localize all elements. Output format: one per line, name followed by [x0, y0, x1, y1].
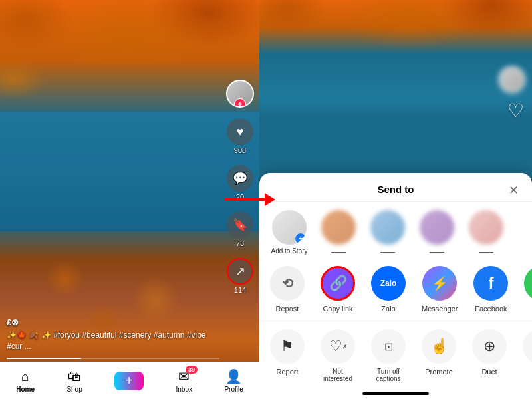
nav-shop[interactable]: 🛍 Shop: [66, 369, 82, 393]
right-leaves-overlay: [259, 0, 532, 180]
repost-label: Repost: [276, 305, 299, 313]
right-creator-avatar: [499, 66, 525, 93]
inbox-badge: 39: [186, 366, 198, 374]
copy-link-item[interactable]: 🔗 Copy link: [321, 266, 355, 313]
duet-icon: ⊕: [472, 329, 507, 364]
right-video-background: ♡: [259, 0, 532, 180]
contact-avatar-2: [370, 210, 405, 245]
report-icon: ⚑: [270, 329, 305, 364]
turn-off-captions-item[interactable]: ⊡ Turn off captions: [371, 329, 406, 382]
not-interested-label: Not interested: [321, 368, 355, 382]
stitch-item[interactable]: ✂ Sti...: [523, 329, 532, 376]
not-interested-icon: ♡✗: [321, 329, 355, 364]
nav-add[interactable]: +: [114, 372, 144, 390]
arrow-head: [265, 193, 275, 206]
sms-icon: 💬: [524, 266, 532, 301]
contact-name-4: ——: [479, 247, 493, 255]
progress-bar: [7, 358, 219, 359]
repost-icon: ⟲: [270, 266, 305, 301]
water-reflection: [0, 112, 259, 231]
report-label: Report: [276, 368, 298, 376]
not-interested-item[interactable]: ♡✗ Not interested: [321, 329, 355, 382]
facebook-icon: f: [473, 266, 508, 301]
facebook-item[interactable]: f Facebook: [473, 266, 508, 313]
add-story-plus-icon: +: [295, 233, 307, 245]
zalo-label: Zalo: [381, 305, 395, 313]
user-handle: £⊗: [7, 317, 219, 327]
contact-avatar-4: [469, 210, 503, 245]
add-story-avatar: +: [272, 210, 307, 245]
home-label: Home: [16, 386, 35, 393]
actions-row: ⚑ Report ♡✗ Not interested ⊡ Turn off ca…: [259, 321, 532, 390]
heart-icon: ♥: [227, 118, 253, 145]
facebook-label: Facebook: [475, 305, 507, 313]
home-icon: ⌂: [21, 369, 29, 384]
duet-label: Duet: [481, 368, 497, 376]
like-button[interactable]: ♥ 908: [227, 118, 253, 154]
bookmark-count: 73: [236, 239, 244, 247]
creator-avatar[interactable]: +: [226, 80, 254, 108]
video-caption: ✨🍁 🍂 ✨ #foryou #beautiful #scenery #autu…: [7, 330, 219, 352]
add-icon: +: [114, 372, 144, 390]
messenger-icon: ⚡: [422, 266, 457, 301]
bottom-navigation: ⌂ Home 🛍 Shop + ✉ Inbox 39 👤 Profile: [0, 362, 259, 399]
right-heart-icon: ♡: [507, 100, 524, 122]
sms-item[interactable]: 💬 SM: [524, 266, 532, 313]
contact-avatar-3: [420, 210, 454, 245]
promote-icon: ☝: [422, 329, 456, 364]
contact-3[interactable]: ——: [418, 210, 456, 255]
duet-item[interactable]: ⊕ Duet: [472, 329, 507, 376]
bookmark-button[interactable]: 🔖 73: [227, 211, 253, 247]
copy-link-icon: 🔗: [321, 266, 355, 301]
contact-name-2: ——: [380, 247, 395, 255]
home-indicator: [362, 392, 429, 395]
like-count: 908: [234, 146, 246, 154]
contacts-row: + Add to Story —— —— —— ——: [259, 202, 532, 263]
promote-item[interactable]: ☝ Promote: [422, 329, 456, 376]
contact-2[interactable]: ——: [368, 210, 407, 255]
nav-profile[interactable]: 👤 Profile: [224, 368, 243, 393]
shop-icon: 🛍: [68, 369, 81, 384]
progress-fill: [7, 358, 81, 359]
red-arrow-indicator: [225, 193, 275, 206]
report-item[interactable]: ⚑ Report: [270, 329, 305, 376]
promote-label: Promote: [425, 368, 453, 376]
close-sheet-button[interactable]: ✕: [505, 182, 521, 198]
share-icon: ↗: [227, 258, 253, 285]
right-panel: ♡ Send to ✕ + Add to Story —— ——: [259, 0, 532, 399]
bookmark-icon: 🔖: [227, 211, 253, 238]
nav-inbox[interactable]: ✉ Inbox 39: [176, 368, 192, 393]
zalo-icon: Zalo: [371, 266, 406, 301]
captions-icon: ⊡: [371, 329, 406, 364]
shop-label: Shop: [66, 386, 82, 393]
left-video-panel: + ♥ 908 💬 20 🔖 73 ↗ 114 £⊗ ✨🍁 🍂 ✨ #foryo…: [0, 0, 259, 399]
nav-home[interactable]: ⌂ Home: [16, 369, 35, 393]
sheet-title: Send to: [378, 184, 414, 195]
apps-row: ⟲ Repost 🔗 Copy link Zalo Zalo ⚡ Messeng…: [259, 263, 532, 321]
copy-link-label: Copy link: [323, 305, 352, 313]
messenger-item[interactable]: ⚡ Messenger: [422, 266, 458, 313]
video-caption-area: £⊗ ✨🍁 🍂 ✨ #foryou #beautiful #scenery #a…: [7, 317, 219, 359]
repost-item[interactable]: ⟲ Repost: [270, 266, 305, 313]
messenger-label: Messenger: [422, 305, 458, 313]
share-button[interactable]: ↗ 114: [227, 258, 253, 294]
profile-label: Profile: [224, 386, 243, 393]
contact-4[interactable]: ——: [467, 210, 505, 255]
captions-label: Turn off captions: [371, 368, 406, 382]
comment-icon: 💬: [227, 165, 253, 192]
inbox-label: Inbox: [176, 386, 192, 393]
follow-plus: +: [234, 98, 246, 108]
sheet-header: Send to ✕: [259, 173, 532, 202]
stitch-icon: ✂: [523, 329, 532, 364]
contact-name-1: ——: [331, 247, 346, 255]
add-story-label: Add to Story: [271, 247, 307, 255]
arrow-body: [225, 198, 265, 201]
share-count: 114: [234, 286, 246, 294]
zalo-item[interactable]: Zalo Zalo: [371, 266, 406, 313]
action-icons: + ♥ 908 💬 20 🔖 73 ↗ 114: [226, 80, 254, 294]
contact-1[interactable]: ——: [319, 210, 358, 255]
contact-avatar-1: [321, 210, 356, 245]
add-to-story-item[interactable]: + Add to Story: [270, 210, 309, 255]
contact-name-3: ——: [430, 247, 444, 255]
profile-icon: 👤: [225, 368, 242, 384]
